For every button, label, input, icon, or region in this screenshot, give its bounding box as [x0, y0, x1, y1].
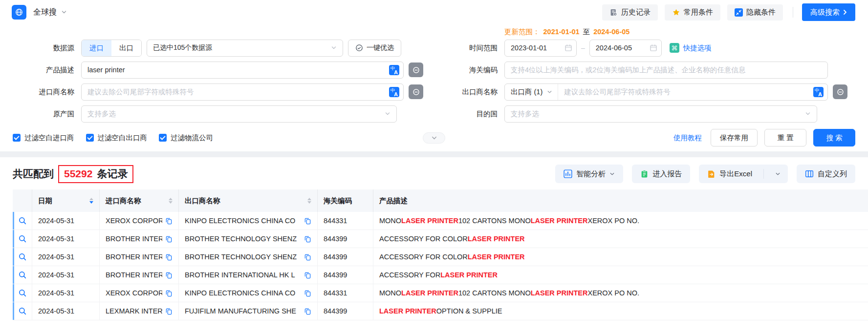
row-exporter-text: BROTHER INTERNATIONAL HK L [185, 271, 295, 279]
favorites-button[interactable]: 常用条件 [665, 4, 720, 21]
translate-icon[interactable]: 中A [389, 65, 399, 75]
copy-icon[interactable] [165, 308, 173, 315]
magnifier-icon[interactable] [18, 216, 27, 225]
checkbox-checked-icon [86, 134, 94, 142]
row-hs-code: 844399 [318, 302, 373, 320]
desc-highlight: LASER PRINTER [401, 289, 458, 297]
topbar: 全球搜 历史记录 常用条件 隐藏条件 高级搜索 [0, 0, 868, 24]
desc-text: ACCESSORY FOR COLOR [379, 253, 468, 261]
export-excel-main[interactable]: 导出Excel [699, 165, 760, 183]
tutorial-link[interactable]: 使用教程 [673, 133, 702, 143]
importer-column-header[interactable]: 进口商名称 [100, 189, 179, 212]
magnifier-icon[interactable] [18, 307, 27, 315]
copy-icon[interactable] [304, 308, 311, 315]
copy-icon[interactable] [304, 290, 311, 297]
hide-conditions-button[interactable]: 隐藏条件 [727, 4, 783, 21]
sort-icons[interactable] [307, 198, 311, 204]
table-columns-icon [805, 169, 814, 178]
data-source-select[interactable]: 已选中105个数据源 [147, 40, 343, 57]
reset-button[interactable]: 重 置 [764, 129, 806, 146]
exclude-icon [836, 88, 845, 96]
product-desc-row: 产品描述 中A [13, 61, 451, 79]
exporter-input[interactable] [564, 88, 809, 96]
bi-chart-icon [564, 169, 572, 178]
sort-icons[interactable] [169, 198, 173, 204]
check-circle-icon [355, 44, 363, 52]
exporter-column-header[interactable]: 出口商名称 [179, 189, 318, 212]
exporter-header-label: 出口商名称 [185, 196, 220, 206]
start-date-input[interactable]: 2023-01-01 [504, 40, 577, 57]
collapse-arrows-icon [735, 8, 743, 17]
row-hs-code: 844399 [318, 248, 373, 266]
filter-blank-exporter-checkbox[interactable]: 过滤空白出口商 [86, 133, 148, 143]
quick-options-link[interactable]: ⌘ 快捷选项 [670, 43, 712, 53]
filter-logistics-checkbox[interactable]: 过滤物流公司 [159, 133, 213, 143]
exclude-keywords-button[interactable] [409, 63, 423, 77]
importer-input[interactable] [87, 88, 385, 96]
advanced-search-button[interactable]: 高级搜索 [802, 3, 855, 21]
desc-text: XEROX PO NO. [588, 289, 640, 297]
export-toggle[interactable]: 出口 [111, 40, 141, 56]
magnifier-icon[interactable] [18, 289, 27, 297]
table-row: 2024-05-31 LEXMARK INTER FUJIFILM MANUFA… [13, 302, 868, 320]
custom-columns-button[interactable]: 自定义列 [797, 165, 855, 183]
one-click-optimize-button[interactable]: 一键优选 [348, 40, 401, 57]
match-count-suffix: 条记录 [97, 167, 128, 181]
copy-icon[interactable] [165, 235, 173, 243]
translate-icon[interactable]: 中A [813, 87, 824, 97]
copy-icon[interactable] [304, 235, 311, 243]
copy-icon[interactable] [165, 217, 173, 225]
sort-desc-icon [307, 201, 311, 204]
import-toggle[interactable]: 进口 [82, 40, 111, 56]
hs-code-label: 海关编码 [451, 65, 504, 75]
date-range-separator: – [581, 44, 585, 52]
command-icon: ⌘ [670, 43, 679, 53]
collapse-form-button[interactable] [423, 132, 445, 144]
hs-code-input[interactable] [511, 66, 824, 74]
search-button[interactable]: 搜 索 [813, 129, 855, 146]
origin-country-select[interactable]: 支持多选 [81, 105, 397, 123]
exclude-icon [412, 66, 420, 74]
translate-icon[interactable]: 中A [389, 87, 399, 97]
copy-icon[interactable] [165, 290, 173, 297]
exclude-importer-button[interactable] [409, 84, 423, 99]
date-column-header[interactable]: 日期 [32, 189, 100, 212]
form-actions: 使用教程 保存常用 重 置 搜 索 [673, 129, 855, 146]
row-exporter-text: KINPO ELECTRONICS CHINA CO [185, 217, 295, 225]
magnifier-icon[interactable] [18, 271, 27, 279]
copy-icon[interactable] [304, 217, 311, 225]
row-importer-cell: XEROX CORPORA [100, 284, 179, 302]
save-condition-button[interactable]: 保存常用 [711, 129, 758, 146]
exporter-type-value: 出口商 (1) [511, 87, 542, 97]
product-desc-input[interactable] [87, 66, 385, 74]
copy-icon[interactable] [165, 271, 173, 279]
copy-icon[interactable] [304, 253, 311, 261]
importer-inputbox: 中A [81, 84, 404, 101]
app-logo[interactable] [12, 5, 26, 20]
magnifier-icon[interactable] [18, 234, 27, 243]
end-date-input[interactable]: 2024-06-05 [589, 40, 662, 57]
row-description: MONO LASER PRINTER 102 CARTONS MONO LASE… [373, 284, 868, 302]
history-button[interactable]: 历史记录 [602, 4, 658, 21]
exporter-type-select[interactable]: 出口商 (1) [505, 84, 558, 100]
row-exporter-cell: KINPO ELECTRONICS CHINA CO [179, 284, 318, 302]
enter-report-button[interactable]: 进入报告 [632, 165, 690, 183]
filter-blank-importer-checkbox[interactable]: 过滤空白进口商 [13, 133, 74, 143]
section-divider [0, 151, 868, 157]
copy-icon[interactable] [304, 271, 311, 279]
copy-icon[interactable] [165, 253, 173, 261]
product-desc-label: 产品描述 [13, 65, 81, 75]
search-form: 数据源 进口 出口 已选中105个数据源 一键优选 [0, 24, 868, 147]
magnifier-icon[interactable] [18, 252, 27, 261]
sort-icons[interactable] [89, 198, 93, 204]
desc-highlight: LASER PRINTER [531, 289, 588, 297]
filter-blank-importer-label: 过滤空白进口商 [24, 133, 74, 143]
row-detail-cell [13, 302, 32, 320]
smart-analysis-button[interactable]: 智能分析 [555, 165, 623, 183]
app-switcher-chevron-icon[interactable] [61, 9, 67, 15]
exclude-exporter-button[interactable] [833, 84, 847, 99]
data-source-selected-value: 已选中105个数据源 [153, 43, 212, 52]
export-options-chevron[interactable] [768, 165, 788, 183]
row-date: 2024-05-31 [32, 248, 100, 266]
destination-select[interactable]: 支持多选 [504, 105, 817, 123]
